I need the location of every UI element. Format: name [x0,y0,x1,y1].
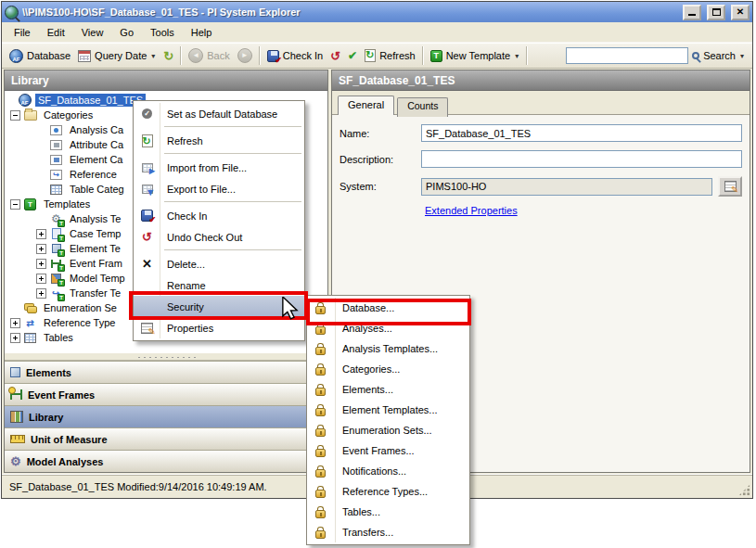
library-panel-header: Library [5,70,327,91]
refresh-button[interactable]: ↻ Refresh [361,47,419,64]
extended-properties-link[interactable]: Extended Properties [425,205,518,216]
nav-model-analyses[interactable]: ⚙ Model Analyses [5,450,327,472]
af-database-icon: AF [9,49,23,63]
refresh-icon: ↻ [365,49,376,62]
collapse-toggle[interactable] [10,110,20,121]
tab-general[interactable]: General [338,96,394,115]
export-icon: ► [142,185,153,194]
expand-toggle[interactable] [36,229,46,239]
search-input[interactable] [566,47,688,64]
submenu-item-enumeration-sets[interactable]: Enumeration Sets... [307,420,469,440]
submenu-item-analysis-templates[interactable]: Analysis Templates... [307,338,469,359]
forward-icon: ► [237,48,252,63]
panel-splitter[interactable] [5,352,327,361]
minimize-icon [688,14,696,16]
lock-icon [315,469,326,478]
unit-of-measure-icon [10,435,25,443]
menu-item-check-in[interactable]: ✔ Check In [134,205,304,226]
general-form: Name: Description: System: ✎ Extended Pr… [332,115,750,225]
resize-grip-icon[interactable] [738,484,750,496]
menu-edit[interactable]: Edit [39,24,73,41]
undo-check-out-button[interactable]: ↺ [327,48,344,64]
menu-item-refresh[interactable]: ↻ Refresh [134,130,304,151]
menu-go[interactable]: Go [111,24,142,41]
refresh-icon: ↻ [142,134,153,147]
menu-view[interactable]: View [73,24,112,41]
back-icon: ◄ [188,48,203,63]
lock-icon [315,347,326,355]
tree-item-label: SF_Database_01_TES [35,94,146,107]
nav-elements[interactable]: Elements [5,361,327,383]
form-edit-icon: ✎ [724,181,737,192]
expand-toggle[interactable] [36,274,46,284]
tab-counts[interactable]: Counts [397,97,448,117]
import-icon: ► [142,163,153,172]
status-text: SF_Database_01_TES Modified:9/14/2016 10… [9,481,267,492]
forward-button[interactable]: ► [234,46,256,65]
submenu-item-elements[interactable]: Elements... [307,379,469,400]
nav-unit-of-measure[interactable]: Unit of Measure [5,427,327,450]
query-date-go-icon: ↻ [163,50,173,62]
query-date-go-button[interactable]: ↻ [160,48,177,64]
expand-toggle[interactable] [10,318,20,328]
menu-item-set-default-database[interactable]: ✓ Set as Default Database [134,103,304,124]
default-check-icon: ✓ [142,108,152,119]
chevron-down-icon: ▾ [739,52,745,60]
expand-toggle[interactable] [36,244,46,254]
nav-library[interactable]: Library [5,405,327,427]
expand-toggle[interactable] [36,288,46,299]
menu-file[interactable]: File [6,24,39,41]
toolbar-separator [180,46,182,65]
reference-types-icon: ⇄ [26,318,33,328]
menu-item-export-to-file[interactable]: ► Export to File... [134,178,304,199]
menu-help[interactable]: Help [183,24,221,41]
maximize-icon [712,8,721,16]
menu-item-properties[interactable]: ✎ Properties [134,317,304,338]
submenu-item-event-frames[interactable]: Event Frames... [307,440,469,461]
analysis-category-icon [50,125,62,135]
expand-toggle[interactable] [10,333,20,343]
system-label: System: [340,181,421,192]
apply-button[interactable]: ✔ [344,48,361,63]
new-template-button[interactable]: T New Template ▾ [427,48,524,64]
submenu-item-notifications[interactable]: Notifications... [307,461,469,481]
submenu-item-categories[interactable]: Categories... [307,359,469,379]
model-analyses-icon: ⚙ [10,454,21,468]
database-button[interactable]: AF Database [6,47,74,65]
back-button[interactable]: ◄ Back [185,46,233,65]
description-field[interactable] [421,150,742,168]
minimize-button[interactable] [683,5,701,20]
templates-icon: T [24,198,36,210]
toolbar-separator [259,46,261,65]
lock-icon [315,530,326,539]
af-database-icon: AF [19,94,32,107]
lock-icon [315,449,326,457]
submenu-item-reference-types[interactable]: Reference Types... [307,481,469,502]
lock-icon [315,490,326,498]
submenu-item-transfers[interactable]: Transfers... [307,522,469,542]
reference-category-icon: ↪ [50,170,62,180]
check-icon: ✔ [348,50,357,61]
search-button[interactable]: Search ▾ [688,48,749,63]
elements-icon [10,367,20,377]
check-in-icon: ✔ [267,50,279,62]
maximize-button[interactable] [707,5,725,20]
name-field[interactable] [421,124,742,142]
nav-event-frames[interactable]: Event Frames [5,383,327,405]
new-template-icon: T [430,50,442,62]
close-icon: ✕ [737,7,744,17]
system-properties-button[interactable]: ✎ [718,176,742,197]
close-button[interactable]: ✕ [731,5,750,20]
library-icon [10,411,23,423]
submenu-item-tables[interactable]: Tables... [307,502,469,522]
menu-item-delete[interactable]: ✕ Delete... [134,253,304,274]
collapse-toggle[interactable] [10,199,20,210]
menu-item-import-from-file[interactable]: ► Import from File... [134,157,304,178]
check-in-button[interactable]: ✔ Check In [263,48,327,64]
element-category-icon [50,155,62,165]
submenu-item-element-templates[interactable]: Element Templates... [307,400,469,420]
menu-item-undo-check-out[interactable]: ↺ Undo Check Out [134,226,304,248]
menu-tools[interactable]: Tools [142,24,183,41]
expand-toggle[interactable] [36,259,46,269]
query-date-button[interactable]: Query Date ▾ [74,48,160,64]
